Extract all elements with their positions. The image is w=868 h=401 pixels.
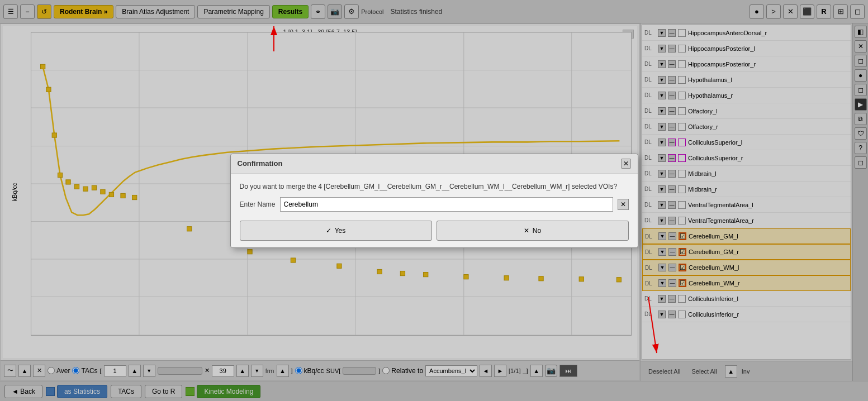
- modal-buttons: ✓ Yes ✕ No: [240, 221, 629, 241]
- modal-header: Confirmation ✕: [231, 154, 638, 174]
- modal-body: Do you want to merge the 4 [Cerebellum_G…: [231, 174, 638, 247]
- no-button[interactable]: ✕ No: [437, 221, 629, 241]
- modal-name-input[interactable]: Cerebellum: [280, 197, 613, 212]
- modal-input-label: Enter Name: [240, 200, 276, 208]
- modal-title: Confirmation: [238, 159, 283, 168]
- yes-button[interactable]: ✓ Yes: [240, 221, 432, 241]
- x-icon: ✕: [524, 227, 529, 235]
- modal-input-row: Enter Name Cerebellum ✕: [240, 197, 629, 212]
- modal-message: Do you want to merge the 4 [Cerebellum_G…: [240, 183, 629, 190]
- modal-overlay[interactable]: Confirmation ✕ Do you want to merge the …: [0, 0, 868, 401]
- confirmation-modal: Confirmation ✕ Do you want to merge the …: [230, 154, 638, 248]
- modal-clear-button[interactable]: ✕: [618, 199, 629, 210]
- checkmark-icon: ✓: [326, 227, 331, 235]
- modal-close-button[interactable]: ✕: [621, 159, 631, 169]
